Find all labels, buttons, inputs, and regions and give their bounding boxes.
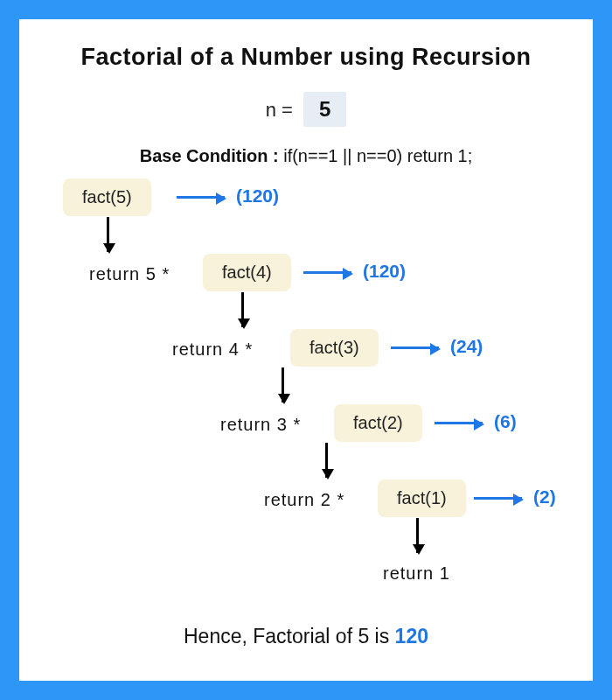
return-5x: return 5 * [89, 264, 170, 284]
conclusion: Hence, Factorial of 5 is 120 [37, 625, 575, 648]
arrow-down-icon [325, 443, 328, 478]
arrow-right-icon [177, 196, 225, 199]
return-1: return 1 [383, 564, 450, 584]
n-value-box: 5 [303, 92, 346, 127]
fact-box-2: fact(2) [334, 404, 422, 442]
n-line: n = 5 [37, 92, 575, 127]
diagram-canvas: Factorial of a Number using Recursion n … [19, 19, 593, 681]
fact-box-5: fact(5) [63, 178, 151, 216]
base-condition-label: Base Condition : [140, 146, 283, 165]
result-6: (6) [494, 411, 517, 432]
return-3x: return 3 * [220, 415, 301, 435]
result-120-a: (120) [236, 186, 279, 206]
base-condition-code: if(n==1 || n==0) return 1; [283, 146, 472, 165]
fact-box-4: fact(4) [203, 254, 291, 291]
conclusion-text: Hence, Factorial of 5 is [184, 625, 395, 648]
result-2: (2) [533, 486, 556, 508]
recursion-stage: fact(5) (120) return 5 * fact(4) (120) r… [37, 178, 575, 625]
n-label: n = [266, 99, 298, 121]
arrow-right-icon [435, 422, 483, 424]
return-2x: return 2 * [264, 490, 344, 510]
page-title: Factorial of a Number using Recursion [37, 44, 575, 71]
arrow-down-icon [416, 518, 419, 553]
arrow-down-icon [282, 368, 284, 402]
arrow-right-icon [303, 271, 351, 274]
result-120-b: (120) [363, 261, 406, 282]
base-condition: Base Condition : if(n==1 || n==0) return… [37, 146, 575, 166]
fact-box-3: fact(3) [290, 329, 379, 367]
return-4x: return 4 * [172, 340, 253, 360]
arrow-right-icon [474, 497, 522, 500]
arrow-right-icon [391, 346, 439, 349]
result-24: (24) [450, 336, 483, 357]
conclusion-value: 120 [395, 625, 428, 648]
arrow-down-icon [241, 292, 244, 327]
fact-box-1: fact(1) [378, 480, 466, 517]
arrow-down-icon [107, 217, 109, 252]
